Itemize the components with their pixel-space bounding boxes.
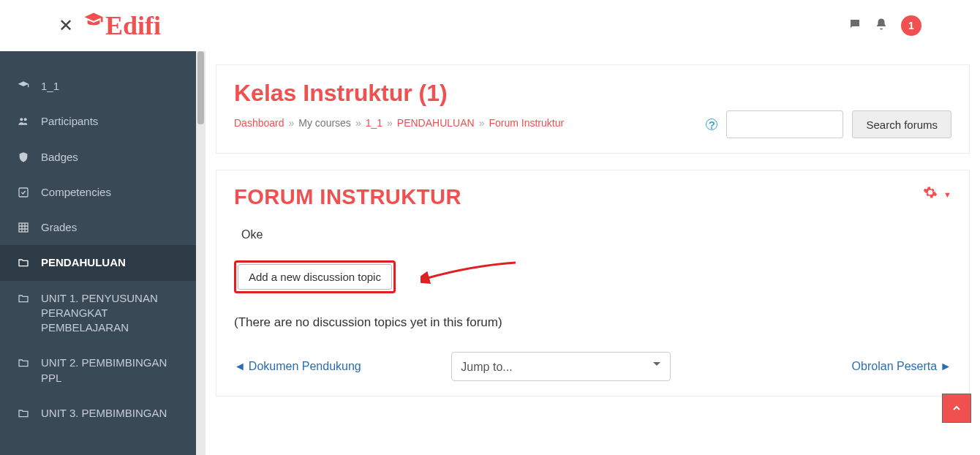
next-activity-link[interactable]: Obrolan Peserta ► bbox=[852, 360, 951, 373]
navbar-right: 1 bbox=[848, 15, 921, 36]
triangle-right-icon: ► bbox=[940, 360, 951, 373]
svg-rect-3 bbox=[19, 223, 28, 232]
folder-icon bbox=[16, 255, 31, 268]
scroll-to-top-button[interactable] bbox=[942, 394, 971, 423]
sidebar: 1_1 Participants Badges Competencies Gra… bbox=[0, 51, 196, 455]
sidebar-item-label: Competencies bbox=[41, 185, 186, 200]
sidebar-item-grades[interactable]: Grades bbox=[0, 210, 196, 245]
forum-card: FORUM INSTRUKTUR ▼ Oke Add a new discuss… bbox=[216, 170, 970, 396]
annotation-arrow bbox=[421, 261, 523, 293]
caret-down-icon: ▼ bbox=[943, 190, 951, 199]
sidebar-item-label: PENDAHULUAN bbox=[41, 255, 186, 270]
sidebar-item-participants[interactable]: Participants bbox=[0, 104, 196, 139]
sidebar-item-competencies[interactable]: Competencies bbox=[0, 175, 196, 210]
folder-icon bbox=[16, 291, 31, 304]
help-icon[interactable]: ? bbox=[706, 119, 717, 130]
gear-icon bbox=[923, 185, 938, 203]
brand-logo[interactable]: Edifi bbox=[83, 10, 161, 41]
sidebar-scrollbar[interactable] bbox=[196, 51, 206, 455]
no-discussions-message: (There are no discussion topics yet in t… bbox=[234, 315, 951, 330]
sidebar-item-course[interactable]: 1_1 bbox=[0, 69, 196, 104]
sidebar-item-label: UNIT 3. PEMBIMBINGAN bbox=[41, 406, 186, 421]
breadcrumb-mycourses: My courses bbox=[298, 117, 351, 129]
breadcrumb-sep: » bbox=[387, 117, 393, 129]
next-activity-label: Obrolan Peserta bbox=[852, 360, 938, 373]
graduation-cap-icon bbox=[83, 12, 104, 26]
folder-icon bbox=[16, 406, 31, 419]
activity-nav: ◄ Dokumen Pendukung Jump to... Obrolan P… bbox=[234, 352, 951, 381]
close-drawer-icon[interactable]: ✕ bbox=[59, 15, 73, 36]
jump-to-select[interactable]: Jump to... bbox=[451, 352, 671, 381]
page-title: Kelas Instruktur (1) bbox=[234, 80, 564, 107]
search-forums-button[interactable]: Search forums bbox=[852, 110, 951, 138]
sidebar-item-unit2[interactable]: UNIT 2. PEMBIMBINGAN PPL bbox=[0, 345, 196, 396]
sidebar-item-unit3[interactable]: UNIT 3. PEMBIMBINGAN bbox=[0, 396, 196, 431]
breadcrumb-sep: » bbox=[355, 117, 361, 129]
brand-text: Edifi bbox=[105, 10, 161, 41]
folder-icon bbox=[16, 356, 31, 369]
jump-to-wrap: Jump to... bbox=[451, 352, 671, 381]
header-card: Kelas Instruktur (1) Dashboard » My cour… bbox=[216, 64, 970, 154]
notification-count-badge[interactable]: 1 bbox=[901, 15, 921, 36]
prev-activity-link[interactable]: ◄ Dokumen Pendukung bbox=[234, 360, 361, 373]
check-square-icon bbox=[16, 185, 31, 198]
breadcrumb-course[interactable]: 1_1 bbox=[366, 117, 382, 129]
svg-point-0 bbox=[20, 119, 23, 121]
breadcrumb-dashboard[interactable]: Dashboard bbox=[234, 117, 284, 129]
bell-icon[interactable] bbox=[875, 18, 888, 34]
sidebar-item-label: Badges bbox=[41, 150, 186, 165]
search-input[interactable] bbox=[726, 110, 843, 138]
section-title: FORUM INSTRUKTUR bbox=[234, 185, 461, 209]
forum-search: Search forums bbox=[726, 110, 951, 138]
breadcrumb-sep: » bbox=[289, 117, 295, 129]
breadcrumb: Dashboard » My courses » 1_1 » PENDAHULU… bbox=[234, 117, 564, 129]
sidebar-item-label: Participants bbox=[41, 114, 186, 129]
sidebar-item-label: UNIT 1. PENYUSUNAN PERANGKAT PEMBELAJARA… bbox=[41, 291, 186, 336]
messages-icon[interactable] bbox=[848, 18, 862, 34]
shield-icon bbox=[16, 150, 31, 163]
sidebar-item-label: 1_1 bbox=[41, 79, 186, 94]
users-icon bbox=[16, 114, 31, 127]
main-content: Kelas Instruktur (1) Dashboard » My cour… bbox=[206, 51, 980, 455]
sidebar-item-pendahuluan[interactable]: PENDAHULUAN bbox=[0, 245, 196, 280]
svg-point-1 bbox=[24, 119, 27, 121]
breadcrumb-topic[interactable]: PENDAHULUAN bbox=[397, 117, 475, 129]
grid-icon bbox=[16, 220, 31, 233]
navbar: ✕ Edifi 1 bbox=[0, 0, 980, 51]
sidebar-item-label: UNIT 2. PEMBIMBINGAN PPL bbox=[41, 356, 186, 386]
breadcrumb-sep: » bbox=[479, 117, 485, 129]
svg-rect-2 bbox=[19, 188, 28, 197]
sidebar-item-badges[interactable]: Badges bbox=[0, 140, 196, 175]
sidebar-item-label: Grades bbox=[41, 220, 186, 235]
settings-dropdown[interactable]: ▼ bbox=[923, 185, 951, 203]
breadcrumb-page[interactable]: Forum Instruktur bbox=[489, 117, 564, 129]
prev-activity-label: Dokumen Pendukung bbox=[249, 360, 361, 373]
triangle-left-icon: ◄ bbox=[234, 360, 246, 373]
chevron-up-icon bbox=[951, 402, 962, 414]
add-discussion-button[interactable]: Add a new discussion topic bbox=[238, 264, 392, 290]
add-topic-highlight: Add a new discussion topic bbox=[234, 260, 396, 293]
sidebar-item-unit1[interactable]: UNIT 1. PENYUSUNAN PERANGKAT PEMBELAJARA… bbox=[0, 281, 196, 346]
graduation-cap-icon bbox=[16, 79, 31, 92]
forum-intro-text: Oke bbox=[241, 228, 951, 241]
